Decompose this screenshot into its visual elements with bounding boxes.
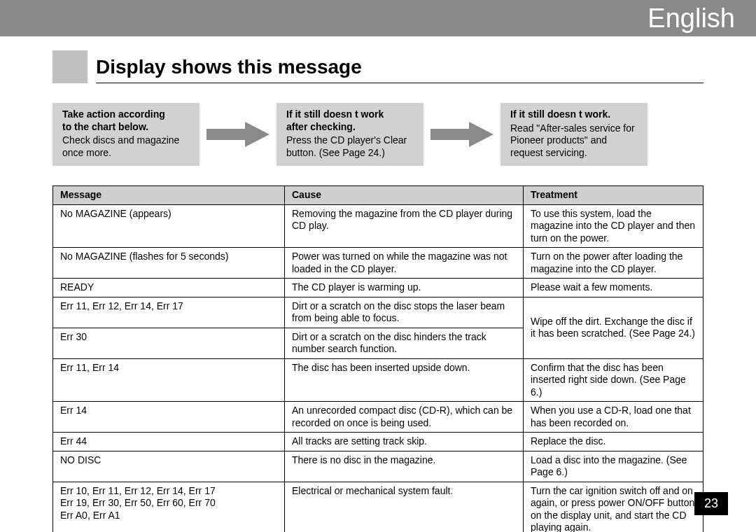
table-row: Err 11, Err 12, Err 14, Err 17Dirt or a …: [53, 297, 704, 328]
step-box-1: Take action according to the chart below…: [52, 103, 200, 166]
cell-treatment: When you use a CD-R, load one that has b…: [524, 402, 704, 433]
cell-cause: Removing the magazine from the CD player…: [285, 204, 524, 248]
arrow-icon: [206, 120, 270, 148]
cell-message: NO DISC: [53, 451, 285, 482]
cell-treatment: To use this system, load the magazine in…: [524, 204, 704, 248]
table-header-row: Message Cause Treatment: [53, 186, 704, 205]
arrow-icon: [430, 120, 493, 148]
cell-cause: All tracks are setting track skip.: [285, 433, 524, 451]
cell-message: READY: [53, 279, 285, 298]
cell-cause: Electrical or mechanical system fault.: [285, 482, 524, 532]
table-row: READYThe CD player is warming up.Please …: [53, 279, 704, 298]
step-2-title-line2: after checking.: [286, 121, 356, 132]
svg-marker-1: [430, 122, 493, 147]
cell-treatment: Turn on the power after loading the maga…: [524, 248, 704, 279]
cell-cause: Dirt or a scratch on the disc stops the …: [285, 297, 524, 328]
table-row: Err 44All tracks are setting track skip.…: [53, 433, 704, 451]
cell-message: No MAGAZINE (appears): [53, 204, 285, 248]
cell-treatment: Load a disc into the magazine. (See Page…: [524, 451, 704, 482]
cell-cause: The disc has been inserted upside down.: [285, 358, 524, 402]
step-1-title-line1: Take action according: [62, 108, 165, 120]
table-row: Err 14An unrecorded compact disc (CD-R),…: [53, 402, 704, 433]
step-box-2: If it still doesn t work after checking.…: [276, 103, 424, 166]
step-box-3: If it still doesn t work. Read "After-sa…: [500, 103, 648, 166]
table-row: Err 10, Err 11, Err 12, Err 14, Err 17 E…: [53, 482, 704, 532]
cell-message: No MAGAZINE (flashes for 5 seconds): [53, 248, 285, 279]
language-label: English: [648, 4, 735, 34]
table-row: No MAGAZINE (appears)Removing the magazi…: [53, 204, 704, 248]
col-header-treatment: Treatment: [524, 186, 704, 205]
step-1-title-line2: to the chart below.: [62, 121, 148, 132]
cell-message: Err 44: [53, 433, 285, 451]
cell-cause: The CD player is warming up.: [285, 279, 524, 298]
table-row: NO DISCThere is no disc in the magazine.…: [53, 451, 704, 482]
step-2-body: Press the CD player's Clear button. (See…: [286, 134, 414, 159]
table-row: No MAGAZINE (flashes for 5 seconds)Power…: [53, 248, 704, 279]
section-heading: Display shows this message: [52, 50, 704, 83]
cell-cause: There is no disc in the magazine.: [285, 451, 524, 482]
heading-accent-block: [52, 50, 88, 83]
table-row: Err 11, Err 14The disc has been inserted…: [53, 358, 704, 402]
heading-text: Display shows this message: [96, 50, 704, 83]
step-2-title-line1: If it still doesn t work: [286, 108, 384, 120]
cell-message: Err 11, Err 12, Err 14, Err 17: [53, 297, 285, 328]
cell-treatment: Confirm that the disc has been inserted …: [524, 358, 704, 402]
cell-treatment: Replace the disc.: [524, 433, 704, 451]
svg-marker-0: [206, 122, 270, 147]
cell-treatment: Turn the car ignition switch off and on …: [524, 482, 704, 532]
col-header-message: Message: [53, 186, 285, 205]
cell-treatment: Wipe off the dirt. Exchange the disc if …: [524, 297, 704, 358]
cell-message: Err 11, Err 14: [53, 358, 285, 402]
steps-row: Take action according to the chart below…: [52, 103, 704, 166]
page-number: 23: [694, 492, 728, 515]
cell-message: Err 30: [53, 328, 285, 358]
step-3-title-line1: If it still doesn t work.: [510, 108, 610, 120]
step-3-body: Read "After-sales service for Pioneer pr…: [510, 122, 638, 160]
cell-cause: Dirt or a scratch on the disc hinders th…: [285, 328, 524, 358]
cell-message: Err 10, Err 11, Err 12, Err 14, Err 17 E…: [53, 482, 285, 532]
cell-treatment: Please wait a few moments.: [524, 279, 704, 298]
cell-cause: Power was turned on while the magazine w…: [285, 248, 524, 279]
step-1-body: Check discs and magazine once more.: [62, 134, 190, 159]
cell-cause: An unrecorded compact disc (CD-R), which…: [285, 402, 524, 433]
col-header-cause: Cause: [285, 186, 524, 205]
message-table: Message Cause Treatment No MAGAZINE (app…: [52, 186, 704, 532]
cell-message: Err 14: [53, 402, 285, 433]
top-bar: English: [0, 0, 756, 36]
